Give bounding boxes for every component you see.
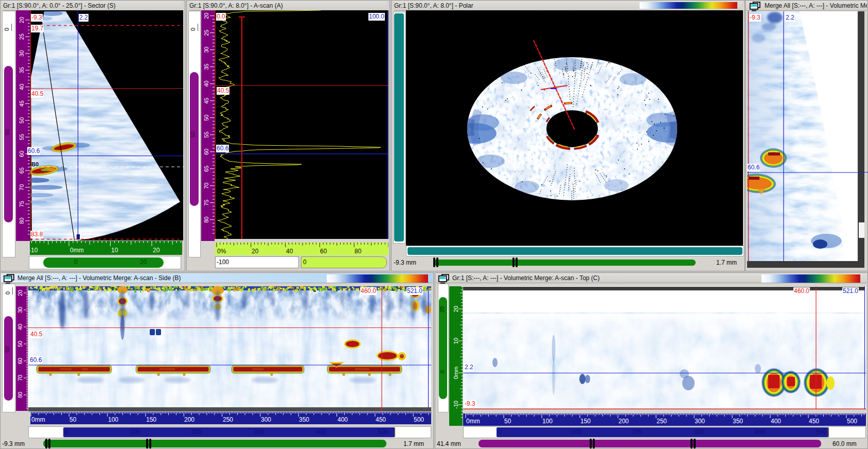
svg-text:80: 80 <box>19 218 25 224</box>
svg-text:55: 55 <box>19 134 25 140</box>
svg-text:80: 80 <box>203 217 209 223</box>
svg-text:10: 10 <box>111 247 118 254</box>
svg-text:80: 80 <box>17 392 23 398</box>
svg-text:40: 40 <box>203 81 209 87</box>
svg-text:350: 350 <box>733 418 743 425</box>
svg-text:0%: 0% <box>217 248 226 255</box>
svg-text:200: 200 <box>618 418 629 425</box>
svg-text:40: 40 <box>17 324 23 330</box>
svg-text:75: 75 <box>203 200 209 206</box>
svg-text:45: 45 <box>203 98 209 104</box>
svg-text:200: 200 <box>184 416 194 423</box>
svg-text:20: 20 <box>17 290 23 296</box>
svg-text:20: 20 <box>153 247 160 254</box>
svg-text:0mm: 0mm <box>453 367 459 379</box>
svg-text:30: 30 <box>203 47 209 53</box>
svg-text:50: 50 <box>17 341 23 347</box>
svg-text:100: 100 <box>542 418 553 425</box>
svg-text:60: 60 <box>19 151 25 157</box>
svg-text:450: 450 <box>809 418 819 425</box>
svg-text:400: 400 <box>771 418 781 425</box>
svg-text:250: 250 <box>657 418 667 425</box>
svg-text:20: 20 <box>203 13 209 19</box>
svg-text:25: 25 <box>19 33 25 40</box>
svg-text:500: 500 <box>414 416 424 423</box>
svg-text:250: 250 <box>223 416 233 423</box>
svg-text:65: 65 <box>19 167 25 174</box>
svg-text:150: 150 <box>146 416 156 423</box>
svg-text:400: 400 <box>338 416 348 423</box>
svg-text:20: 20 <box>252 248 259 255</box>
svg-text:50: 50 <box>19 117 25 124</box>
svg-text:25: 25 <box>203 30 209 36</box>
svg-text:70: 70 <box>17 375 23 381</box>
svg-text:40: 40 <box>286 248 293 255</box>
svg-text:45: 45 <box>19 100 25 107</box>
svg-text:50: 50 <box>504 418 511 425</box>
svg-text:80: 80 <box>355 248 362 255</box>
svg-text:0mm: 0mm <box>466 418 480 425</box>
svg-text:-10: -10 <box>30 247 38 254</box>
svg-text:60: 60 <box>17 358 23 364</box>
svg-text:-10: -10 <box>453 401 459 409</box>
svg-text:70: 70 <box>19 184 25 191</box>
svg-text:350: 350 <box>299 416 309 423</box>
svg-text:0mm: 0mm <box>31 416 45 423</box>
svg-text:60: 60 <box>320 248 327 255</box>
svg-text:0mm: 0mm <box>70 247 84 254</box>
svg-text:50: 50 <box>203 115 209 121</box>
svg-text:35: 35 <box>203 64 209 70</box>
svg-text:100: 100 <box>108 416 118 423</box>
svg-text:450: 450 <box>376 416 386 423</box>
svg-text:75: 75 <box>19 201 25 207</box>
svg-text:20: 20 <box>453 306 459 312</box>
svg-text:150: 150 <box>580 418 591 425</box>
svg-text:55: 55 <box>203 132 209 138</box>
svg-text:30: 30 <box>19 50 25 57</box>
svg-text:300: 300 <box>695 418 705 425</box>
svg-text:65: 65 <box>203 166 209 172</box>
svg-text:50: 50 <box>69 416 77 423</box>
svg-text:300: 300 <box>261 416 271 423</box>
svg-text:10: 10 <box>453 338 459 344</box>
svg-text:60: 60 <box>203 149 209 155</box>
svg-text:20: 20 <box>19 17 25 23</box>
svg-text:70: 70 <box>203 183 209 189</box>
svg-text:30: 30 <box>17 307 23 313</box>
svg-text:500: 500 <box>847 418 857 425</box>
svg-text:35: 35 <box>19 67 25 73</box>
svg-text:B0: B0 <box>31 161 39 167</box>
svg-text:40: 40 <box>19 84 25 90</box>
